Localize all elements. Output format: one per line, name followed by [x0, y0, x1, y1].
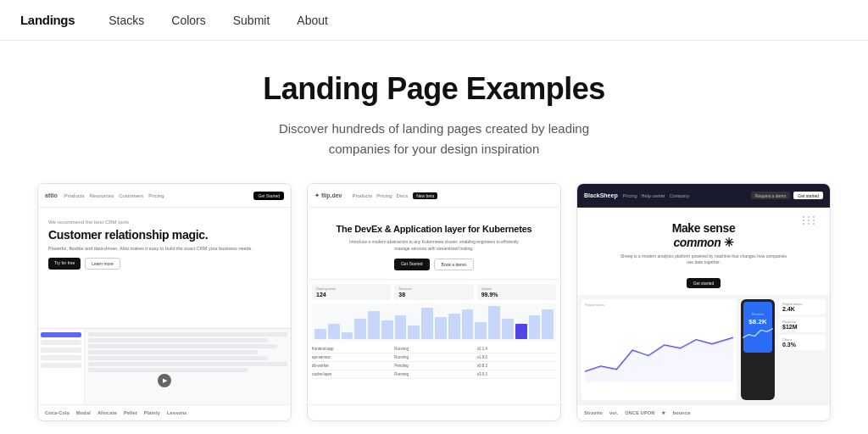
chart-bar — [368, 311, 380, 339]
card-sheep-subtext: Sheep is a modern analytics platform pow… — [619, 253, 788, 266]
card-flipdev-app-preview: Deployments 124 Services 38 Uptime 99.9% — [308, 279, 560, 404]
card-flipdev-footer — [308, 404, 560, 415]
card-attio-tagline: We recommend the best CRM tools — [48, 220, 281, 225]
chart-bar — [328, 324, 340, 339]
cards-container: attio Products Resources Customers Prici… — [0, 183, 868, 421]
phone-value: $8.2K — [748, 318, 766, 326]
main-nav: Stacks Colors Submit About — [108, 14, 328, 27]
stat-value: $12M — [782, 324, 822, 330]
card-sheep-hero: Make sensecommon ✳ Sheep is a modern ana… — [577, 208, 830, 295]
chart-svg — [585, 309, 733, 400]
card-flipdev-metric-uptime: Uptime 99.9% — [477, 284, 556, 300]
chart-bar — [515, 324, 527, 339]
metric-value: 99.9% — [481, 292, 552, 298]
card-sheep-screenshot: BlackSheep Pricing Help center Company R… — [577, 184, 830, 404]
nav-colors[interactable]: Colors — [171, 14, 205, 27]
card-attio-row — [88, 332, 287, 337]
card-sheep-phone-area: Registrations Revenue $8.2K — [581, 299, 826, 400]
chart-bar — [408, 326, 420, 339]
card-attio-sidebar-item — [41, 355, 81, 360]
chart-bar — [462, 309, 474, 339]
card-flipdev-badge: New beta — [413, 192, 437, 199]
logo-onceupon: ONCE UPON — [625, 410, 654, 415]
card-flipdev-table: frontend-app Running v2.1.4 api-service … — [312, 345, 556, 379]
chart-bar — [314, 329, 326, 339]
card-attio-row — [88, 362, 287, 366]
card-sheep-headline: Make sensecommon ✳ — [589, 221, 818, 250]
logo-star: ★ — [661, 410, 665, 415]
card-flipdev-headline: The DevEx & Application layer for Kubern… — [318, 223, 550, 235]
card-flipdev-cta2: Book a demo — [434, 259, 474, 270]
card-sheep-phone: Revenue $8.2K — [741, 299, 775, 400]
card-sheep-stat-3: Churn 0.3% — [779, 335, 826, 350]
card-sheep: BlackSheep Pricing Help center Company R… — [576, 183, 831, 421]
chart-bar — [381, 320, 393, 340]
card-attio-sidebar-item — [41, 340, 81, 345]
nav-stacks[interactable]: Stacks — [108, 14, 144, 27]
card-flipdev-table-row: api-service Running v1.9.0 — [312, 353, 556, 362]
phone-chart-svg — [743, 326, 773, 341]
card-sheep-topbar: BlackSheep Pricing Help center Company R… — [577, 184, 830, 208]
stat-value: 2.4K — [782, 306, 822, 312]
card-attio-sidebar-item — [41, 332, 81, 337]
chart-bar — [421, 308, 433, 339]
card-sheep-demo-btn: Request a demo — [751, 192, 791, 199]
stat-value: 0.3% — [782, 342, 822, 348]
logo-bounce: bounce — [673, 410, 691, 415]
logo-cocacola: Coca-Cola — [45, 410, 70, 415]
card-sheep-phone-screen: Revenue $8.2K — [743, 302, 772, 353]
nav-submit[interactable]: Submit — [233, 14, 270, 27]
hero-title: Landing Page Examples — [17, 71, 851, 107]
card-flipdev-table-row: db-worker Pending v0.8.2 — [312, 362, 556, 370]
card-attio-play-button[interactable]: ▶ — [158, 374, 171, 387]
nav-about[interactable]: About — [297, 14, 328, 27]
metric-label: Uptime — [481, 287, 552, 291]
card-flipdev-cta1: Get Started — [394, 259, 430, 270]
card-flipdev: ✦ flip.dev Products Pricing Docs New bet… — [307, 183, 561, 421]
metric-value: 124 — [316, 292, 387, 298]
card-sheep-stat-2: Revenue $12M — [779, 317, 826, 332]
card-sheep-top-ctas: Request a demo Get started — [751, 192, 823, 199]
card-flipdev-metrics: Deployments 124 Services 38 Uptime 99.9% — [312, 284, 556, 300]
card-sheep-cta: Get started — [687, 278, 721, 288]
card-flipdev-chart — [312, 303, 556, 342]
chart-bar — [488, 306, 500, 339]
card-sheep-footer: Stravito voi. ONCE UPON ★ bounce — [577, 404, 830, 420]
metric-label: Services — [398, 287, 469, 291]
card-sheep-stats: Registrations 2.4K Revenue $12M Churn 0.… — [779, 299, 826, 400]
card-flipdev-topbar: ✦ flip.dev Products Pricing Docs New bet… — [308, 184, 560, 208]
card-attio-row — [88, 338, 268, 342]
card-flipdev-nav: Products Pricing Docs — [352, 193, 408, 198]
chart-bar — [354, 319, 366, 340]
card-sheep-decoration — [803, 216, 816, 225]
metric-label: Deployments — [316, 287, 387, 291]
phone-label: Revenue — [752, 313, 764, 316]
chart-bar — [502, 319, 514, 340]
card-attio-cta1: Try for free — [48, 258, 81, 270]
logo-allocate: Allocate — [97, 410, 117, 415]
card-attio-topbar: attio Products Resources Customers Prici… — [38, 184, 291, 208]
card-flipdev-subtext: Introduce a modern abstraction to any Ku… — [349, 239, 519, 252]
card-attio-nav: Products Resources Customers Pricing — [64, 193, 164, 198]
card-flipdev-table-row: cache-layer Running v3.0.1 — [312, 370, 556, 379]
card-flipdev-table-row: frontend-app Running v2.1.4 — [312, 345, 556, 353]
chart-bar — [529, 315, 541, 340]
card-attio-sidebar-item — [41, 363, 81, 368]
card-flipdev-cta-group: Get Started Book a demo — [318, 259, 550, 270]
card-attio-cta-btn: Get Started — [253, 192, 284, 200]
card-attio-cta2: Learn more — [85, 258, 120, 270]
card-sheep-nav: Pricing Help center Company — [623, 193, 690, 198]
card-attio-app-layout — [38, 329, 291, 404]
card-sheep-app-preview: Registrations Revenue $8.2K — [577, 295, 830, 404]
card-attio-headline: Customer relationship magic. — [48, 228, 281, 242]
chart-bar — [435, 317, 447, 340]
chart-bar — [542, 309, 554, 339]
chart-bar — [342, 332, 353, 339]
card-attio-row — [88, 368, 248, 372]
card-attio-subtext: Powerful, flexible and data-driven. Atti… — [48, 246, 281, 253]
card-attio-row — [88, 350, 258, 354]
card-sheep-chart: Registrations — [581, 299, 737, 400]
brand-logo[interactable]: Landings — [20, 13, 75, 27]
card-attio: attio Products Resources Customers Prici… — [37, 183, 292, 421]
card-sheep-get-started-btn: Get started — [793, 192, 823, 199]
